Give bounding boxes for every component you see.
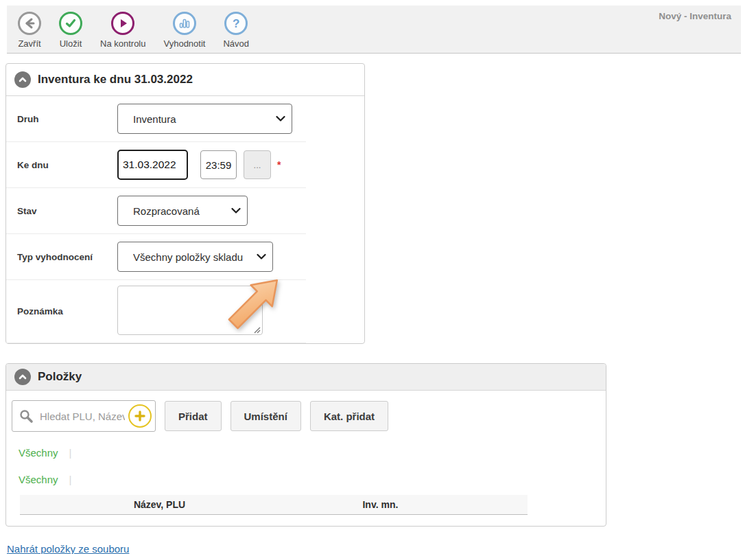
question-icon: ?	[224, 12, 248, 35]
form-row-ke-dnu: Ke dnu ... *	[6, 142, 306, 188]
collapse-chevron-icon[interactable]	[14, 369, 31, 385]
submit-for-check-label: Na kontrolu	[100, 38, 145, 49]
collapse-chevron-icon[interactable]	[14, 71, 31, 88]
filter-row-1: Všechny|	[19, 447, 598, 459]
items-panel-title: Položky	[38, 370, 82, 384]
typ-vyhodnoceni-select[interactable]: Všechny položky skladu	[117, 242, 273, 272]
save-button-label: Uložit	[60, 38, 82, 49]
help-button-label: Návod	[223, 38, 249, 49]
back-arrow-icon	[18, 12, 41, 35]
inventory-form-panel: Inventura ke dnu 31.03.2022 Druh Inventu…	[5, 63, 365, 344]
bar-chart-icon	[173, 12, 196, 35]
items-panel-body: Přidat Umístění Kat. přidat Všechny| Vše…	[6, 391, 606, 526]
close-button[interactable]: Zavřít	[18, 12, 41, 53]
time-field[interactable]	[200, 150, 237, 179]
help-button[interactable]: ? Návod	[223, 12, 249, 53]
save-button[interactable]: Uložit	[59, 12, 82, 53]
search-wrap	[12, 400, 156, 432]
filter-all-link-2[interactable]: Všechny	[19, 474, 58, 485]
items-panel-header: Položky	[6, 364, 606, 391]
filter-all-link-1[interactable]: Všechny	[19, 447, 58, 459]
evaluate-button-label: Vyhodnotit	[163, 38, 205, 49]
stav-select[interactable]: Rozpracovaná	[117, 196, 248, 226]
column-header-empty	[462, 495, 528, 514]
date-picker-button[interactable]: ...	[244, 150, 271, 179]
required-asterisk: *	[277, 159, 281, 170]
filter-separator: |	[69, 474, 72, 485]
add-item-button[interactable]: Přidat	[165, 401, 222, 431]
items-table-header-row: Název, PLU Inv. mn.	[20, 495, 528, 514]
filter-separator: |	[69, 447, 72, 459]
location-button[interactable]: Umístění	[231, 401, 301, 431]
date-field[interactable]	[117, 150, 188, 180]
column-header-nazev-plu[interactable]: Název, PLU	[20, 495, 299, 514]
submit-for-check-button[interactable]: Na kontrolu	[100, 12, 145, 53]
add-plus-icon[interactable]	[128, 404, 152, 428]
form-row-stav: Stav Rozpracovaná	[6, 188, 306, 234]
items-panel: Položky Přidat Umístění Kat. přidat Všec…	[5, 363, 606, 527]
form-row-poznamka: Poznámka	[6, 280, 306, 343]
toolbar: Zavřít Uložit Na kontrolu Vyhodnotit ? N…	[7, 5, 741, 54]
search-icon	[19, 408, 34, 424]
poznamka-textarea-wrap	[117, 286, 263, 338]
inventory-form-header: Inventura ke dnu 31.03.2022	[6, 64, 364, 96]
poznamka-label: Poznámka	[17, 306, 117, 316]
poznamka-textarea[interactable]	[117, 286, 263, 335]
druh-label: Druh	[17, 114, 117, 124]
typ-vyhodnoceni-label: Typ vyhodnocení	[17, 252, 117, 262]
druh-select[interactable]: Inventura	[117, 104, 292, 134]
page-context-title: Nový - Inventura	[659, 11, 731, 21]
evaluate-button[interactable]: Vyhodnotit	[163, 12, 205, 53]
filter-row-2: Všechny|	[19, 474, 598, 485]
add-category-button[interactable]: Kat. přidat	[310, 401, 388, 431]
typ-select-wrap: Všechny položky skladu	[117, 242, 273, 272]
stav-select-wrap: Rozpracovaná	[117, 196, 248, 226]
items-table: Název, PLU Inv. mn.	[20, 495, 528, 515]
form-row-druh: Druh Inventura	[6, 96, 306, 142]
inventory-form-title: Inventura ke dnu 31.03.2022	[38, 73, 193, 86]
form-row-typ-vyhodnoceni: Typ vyhodnocení Všechny položky skladu	[6, 234, 306, 280]
play-icon	[111, 12, 134, 35]
ke-dnu-label: Ke dnu	[17, 160, 117, 170]
check-icon	[59, 12, 82, 35]
druh-select-wrap: Inventura	[117, 104, 292, 134]
items-search-row: Přidat Umístění Kat. přidat	[12, 400, 598, 432]
close-button-label: Zavřít	[18, 38, 40, 49]
column-header-inv-mn[interactable]: Inv. mn.	[299, 495, 462, 514]
stav-label: Stav	[17, 206, 117, 216]
upload-items-link[interactable]: Nahrát položky ze souboru	[7, 543, 129, 554]
